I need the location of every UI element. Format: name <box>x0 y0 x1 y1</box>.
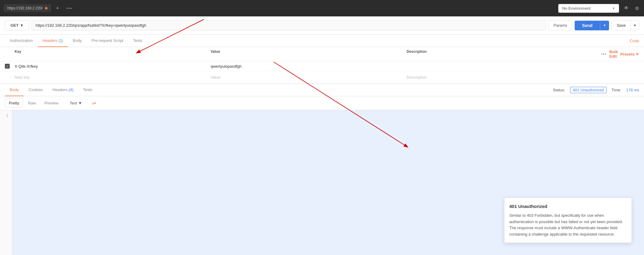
environment-label: No Environment <box>562 6 610 11</box>
format-label: Text <box>70 101 77 105</box>
send-dropdown-button[interactable]: ▼ <box>600 21 609 30</box>
method-label: GET <box>10 23 19 28</box>
code-link[interactable]: Code <box>630 35 639 47</box>
headers-table: Key Value Description ••• Bulk Edit Pres… <box>0 47 644 84</box>
presets-button[interactable]: Presets ▼ <box>620 52 639 56</box>
environment-chevron-icon: ▼ <box>612 7 615 10</box>
tab-tests[interactable]: Tests <box>128 35 147 47</box>
send-button[interactable]: Send <box>575 21 600 30</box>
resp-tab-cookies[interactable]: Cookies <box>24 84 48 96</box>
row-key[interactable]: X-Qlik-Xrfkey <box>15 64 211 69</box>
headers-columns: Key Value Description ••• Bulk Edit Pres… <box>0 47 644 61</box>
method-selector[interactable]: GET ▼ <box>5 20 29 30</box>
wrap-icon[interactable]: ⇌ <box>90 99 99 107</box>
resp-headers-badge: (4) <box>68 87 73 92</box>
environment-selector[interactable]: No Environment ▼ <box>558 4 619 13</box>
new-desc-input[interactable]: Description <box>407 74 603 81</box>
row-checkbox[interactable] <box>5 64 15 69</box>
save-button[interactable]: Save <box>612 21 631 30</box>
row-value[interactable]: qwertyuiopasdfgh <box>211 64 407 69</box>
value-col-header: Value <box>211 49 407 59</box>
line-numbers: 1 <box>0 110 12 255</box>
body-preview-tab[interactable]: Preview <box>41 99 62 107</box>
environment-area: No Environment ▼ 👁 ⚙ <box>558 4 640 13</box>
bulk-edit-button[interactable]: Bulk Edit <box>609 49 618 59</box>
params-button[interactable]: Params <box>549 20 573 30</box>
resp-tab-tests[interactable]: Tests <box>78 84 97 96</box>
tab-prerequest[interactable]: Pre-request Script <box>87 35 128 47</box>
tooltip-popup: 401 Unauthorized Similar to 403 Forbidde… <box>504 198 632 243</box>
main-container: GET ▼ Params Send ▼ Save ▼ Authorization… <box>0 16 644 255</box>
header-row: X-Qlik-Xrfkey qwertyuiopasdfgh <box>0 61 644 71</box>
body-toolbar: Pretty Raw Preview Text ▼ ⇌ <box>0 96 644 110</box>
tab-authorization[interactable]: Authorization <box>5 35 38 47</box>
top-bar: https://192.168.2.220/ + ••• No Environm… <box>0 0 644 16</box>
tab-more-button[interactable]: ••• <box>64 5 75 12</box>
save-button-group: Save ▼ <box>611 20 639 30</box>
add-tab-button[interactable]: + <box>54 4 62 13</box>
line-number: 1 <box>4 113 8 119</box>
eye-icon[interactable]: 👁 <box>623 4 630 12</box>
col-actions: ••• Bulk Edit Presets ▼ <box>603 49 639 59</box>
new-header-row: New key Value Description <box>0 71 644 83</box>
method-chevron-icon: ▼ <box>20 23 24 28</box>
save-dropdown-button[interactable]: ▼ <box>631 21 639 30</box>
body-pretty-tab[interactable]: Pretty <box>5 99 23 107</box>
url-bar: GET ▼ Params Send ▼ Save ▼ <box>0 16 644 35</box>
tooltip-title: 401 Unauthorized <box>509 203 627 210</box>
response-status-area: Status: 401 Unauthorized Time: 178 ms <box>553 87 639 93</box>
tab-url: https://192.168.2.220/ <box>7 6 43 10</box>
tab-dot <box>45 7 47 9</box>
resp-tab-headers[interactable]: Headers (4) <box>48 84 78 96</box>
tooltip-body: Similar to 403 Forbidden, but specifical… <box>509 212 627 238</box>
new-value-input[interactable]: Value <box>211 74 407 81</box>
tab-body[interactable]: Body <box>68 35 87 47</box>
format-dropdown[interactable]: Text ▼ <box>66 99 86 107</box>
headers-badge: (1) <box>59 39 63 43</box>
status-value-badge[interactable]: 401 Unauthorized <box>570 87 607 93</box>
url-input[interactable] <box>32 20 546 30</box>
time-value: 178 ms <box>626 88 639 92</box>
body-raw-tab[interactable]: Raw <box>24 99 40 107</box>
desc-col-header: Description <box>407 49 603 59</box>
response-tabs: Body Cookies Headers (4) Tests Status: 4… <box>0 84 644 96</box>
request-tabs: Authorization Headers (1) Body Pre-reque… <box>0 35 644 47</box>
status-label: Status: <box>553 88 565 92</box>
format-chevron-icon: ▼ <box>78 101 82 105</box>
check-col <box>5 49 15 59</box>
send-button-group: Send ▼ <box>575 21 609 30</box>
resp-tab-body[interactable]: Body <box>5 84 24 96</box>
tab-headers[interactable]: Headers (1) <box>38 35 68 47</box>
key-col-header: Key <box>15 49 211 59</box>
time-label: Time: <box>611 88 621 92</box>
checkbox-checked-icon[interactable] <box>5 64 10 69</box>
settings-icon[interactable]: ⚙ <box>634 4 640 12</box>
more-dots-icon[interactable]: ••• <box>601 52 607 56</box>
active-tab[interactable]: https://192.168.2.220/ <box>4 4 51 12</box>
new-key-input[interactable]: New key <box>15 74 211 81</box>
